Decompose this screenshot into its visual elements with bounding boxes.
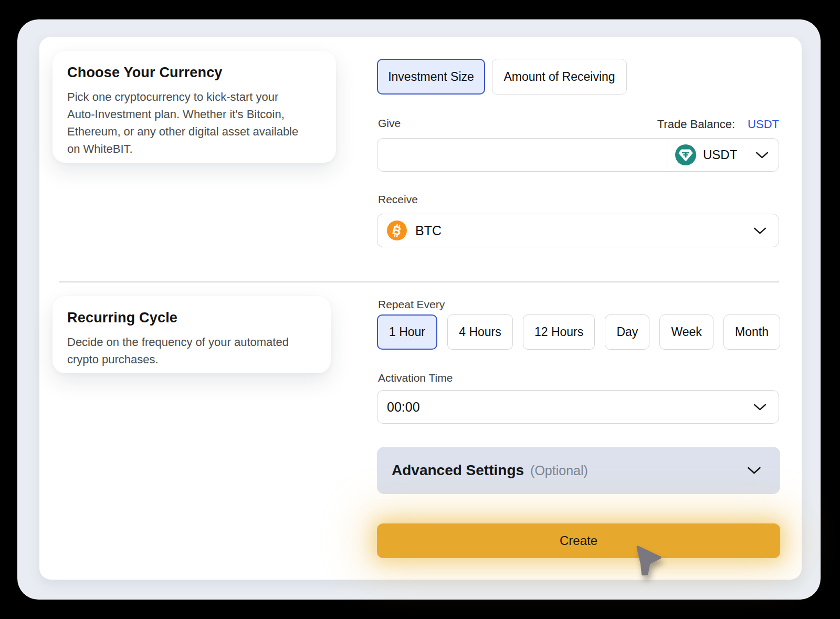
cycle-info-card: Recurring Cycle Decide on the frequency … xyxy=(52,296,331,373)
chevron-down-icon xyxy=(753,403,766,411)
repeat-options: 1 Hour 4 Hours 12 Hours Day Week Month xyxy=(377,314,780,350)
currency-card-title: Choose Your Currency xyxy=(67,65,321,81)
receive-currency-select[interactable]: B BTC xyxy=(377,214,779,247)
bitcoin-icon: B xyxy=(387,221,407,240)
receive-currency-value: BTC xyxy=(415,223,745,238)
give-field: USDT xyxy=(377,138,779,172)
repeat-option-day[interactable]: Day xyxy=(605,314,649,350)
give-currency-value: USDT xyxy=(703,148,749,162)
currency-card-description: Pick one cryptocurrency to kick-start yo… xyxy=(67,88,321,158)
give-currency-select[interactable]: USDT xyxy=(667,139,779,171)
advanced-settings-title: Advanced Settings xyxy=(392,462,524,479)
repeat-every-label: Repeat Every xyxy=(378,298,445,311)
give-amount-input[interactable] xyxy=(377,139,667,171)
trade-balance-currency-link[interactable]: USDT xyxy=(748,118,779,131)
auto-investment-screen: Choose Your Currency Pick one cryptocurr… xyxy=(0,0,840,619)
activation-time-select[interactable]: 00:00 xyxy=(377,390,779,424)
repeat-option-4-hours[interactable]: 4 Hours xyxy=(447,314,513,350)
chevron-down-icon xyxy=(755,151,769,159)
advanced-settings-toggle[interactable]: Advanced Settings (Optional) xyxy=(377,447,780,494)
receive-label: Receive xyxy=(378,193,418,206)
chevron-down-icon xyxy=(753,227,766,235)
mouse-cursor xyxy=(628,541,670,588)
create-button[interactable]: Create xyxy=(377,523,780,558)
currency-info-card: Choose Your Currency Pick one cryptocurr… xyxy=(52,51,336,163)
repeat-option-1-hour[interactable]: 1 Hour xyxy=(377,314,437,350)
chevron-down-icon xyxy=(747,466,761,475)
section-divider xyxy=(59,281,779,282)
cycle-card-description: Decide on the frequency of your automate… xyxy=(67,333,316,368)
repeat-option-week[interactable]: Week xyxy=(659,314,713,350)
tether-icon xyxy=(675,144,696,165)
advanced-settings-optional: (Optional) xyxy=(530,463,747,478)
repeat-option-month[interactable]: Month xyxy=(723,314,780,350)
activation-time-value: 00:00 xyxy=(387,400,753,415)
tab-investment-size[interactable]: Investment Size xyxy=(377,59,485,95)
repeat-option-12-hours[interactable]: 12 Hours xyxy=(523,314,595,350)
cycle-card-title: Recurring Cycle xyxy=(67,310,316,326)
activation-time-label: Activation Time xyxy=(378,372,453,384)
tab-amount-of-receiving[interactable]: Amount of Receiving xyxy=(492,59,627,95)
trade-balance-row: Trade Balance: USDT xyxy=(377,118,779,131)
trade-balance-label: Trade Balance: xyxy=(657,118,735,131)
